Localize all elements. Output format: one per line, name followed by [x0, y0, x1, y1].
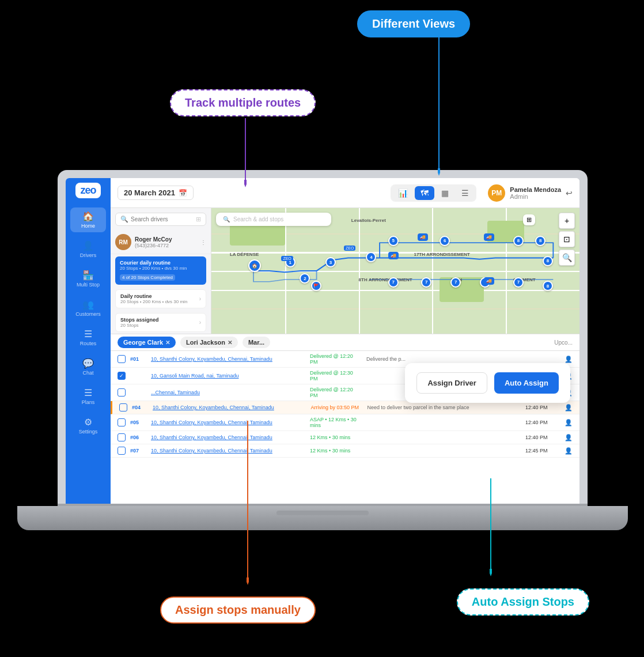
stop-checkbox-5[interactable] — [118, 418, 126, 426]
assign-icon-4[interactable]: 👤 — [565, 404, 573, 411]
user-info: Pamela Mendoza Admin — [510, 186, 561, 200]
sidebar-item-multistop[interactable]: 🏪 Multi Stop — [70, 266, 106, 291]
route-card-daily-sub: 20 Stops • 200 Kms • dvs 30 min — [120, 299, 187, 304]
sidebar-item-routes[interactable]: ☰ Routes — [70, 325, 106, 350]
map-search-bar[interactable]: 🔍 Search & add stops — [216, 213, 331, 226]
map-search-icon: 🔍 — [223, 216, 230, 222]
stop-time-checked: Delivered @ 12:30 PM — [310, 370, 362, 382]
logo: zeo — [75, 183, 100, 198]
chevron-right-icon: › — [199, 296, 201, 302]
route-card-stops[interactable]: Stops assigned 20 Stops › — [115, 313, 206, 332]
tab-george-close[interactable]: ✕ — [165, 339, 170, 346]
driver-search-bar[interactable]: 🔍 ⊞ — [115, 213, 206, 226]
stop-row-7[interactable]: #07 10, Shanthi Colony, Koyambedu, Chenn… — [111, 444, 579, 458]
route-overlay — [211, 208, 579, 334]
stop-time-7: 12 Kms • 30 mins — [310, 448, 362, 454]
tab-more[interactable]: Mar... — [243, 337, 270, 348]
assign-popup: Assign Driver Auto Assign — [405, 363, 570, 403]
driver-search-input[interactable] — [131, 216, 194, 222]
sidebar-item-drivers[interactable]: 👤 Drivers — [70, 237, 106, 262]
stop-row-6[interactable]: #06 10, Shanthi Colony, Koyambedu, Chenn… — [111, 431, 579, 444]
laptop-base — [17, 506, 628, 530]
stop-row-5[interactable]: #05 10, Shanthi Colony, Koyambedu, Chenn… — [111, 414, 579, 431]
chart-view-button[interactable]: 📊 — [392, 186, 414, 200]
assign-stops-manually-bubble: Assign stops manually — [160, 596, 316, 624]
driver-item-roger[interactable]: RM Roger McCoy (543)236-4772 ⋮ — [111, 231, 211, 254]
driver-options-roger[interactable]: ⋮ — [200, 239, 206, 246]
map-marker-7e: 7 — [513, 277, 524, 288]
stop-num-5: #05 — [130, 420, 146, 425]
stop-eta-6: 12:40 PM — [525, 435, 560, 440]
svg-marker-5 — [247, 577, 249, 585]
chat-icon: 💬 — [82, 358, 94, 369]
tab-george-clark[interactable]: George Clark ✕ — [118, 337, 176, 348]
sidebar-item-settings[interactable]: ⚙ Settings — [70, 413, 106, 438]
zoom-out-button[interactable]: 🔍 — [559, 250, 575, 266]
stop-checkbox-checked[interactable]: ✓ — [118, 372, 126, 380]
assign-icon-5[interactable]: 👤 — [565, 419, 573, 426]
map-truck-1: 🚚 — [418, 233, 428, 241]
assign-icon-1[interactable]: 👤 — [565, 356, 573, 363]
layers-icon[interactable]: ⊞ — [526, 216, 532, 224]
satellite-button[interactable]: ⊡ — [559, 231, 575, 247]
tab-lori-jackson[interactable]: Lori Jackson ✕ — [180, 337, 238, 348]
assign-icon-7[interactable]: 👤 — [565, 447, 573, 455]
stop-addr-4: 10, Shanthi Colony, Koyambedu, Chennai, … — [153, 405, 306, 410]
tab-lori-label: Lori Jackson — [186, 339, 225, 346]
map-label-17th: 17TH ARRONDISSEMENT — [414, 252, 470, 257]
stop-checkbox-1[interactable] — [118, 355, 126, 363]
stop-addr-1: 10, Shanthi Colony, Koyambedu, Chennai, … — [151, 356, 305, 362]
map-marker-8a: 8 — [513, 236, 524, 246]
avatar: PM — [488, 184, 505, 202]
sidebar-item-chat[interactable]: 💬 Chat — [70, 354, 106, 379]
user-name: Pamela Mendoza — [510, 186, 561, 193]
stop-checkbox-6[interactable] — [118, 433, 126, 441]
settings-icon: ⚙ — [84, 417, 92, 428]
map-view-button[interactable]: 🗺 — [415, 186, 434, 200]
driver-phone-roger: (543)236-4772 — [135, 243, 197, 248]
stop-note-4: Need to deliver two parcel in the same p… — [368, 405, 521, 410]
route-card-courier[interactable]: Courier daily routine 20 Stops • 200 Kms… — [115, 256, 206, 285]
tab-lori-close[interactable]: ✕ — [228, 339, 232, 346]
drivers-icon: 👤 — [82, 240, 94, 251]
stop-time-1: Delivered @ 12:20 PM — [310, 353, 362, 365]
map-flag-marker: 🚩 — [311, 281, 321, 291]
arrow-assign-manual — [247, 421, 249, 585]
home-icon: 🏠 — [82, 211, 94, 222]
stop-addr-6: 10, Shanthi Colony, Koyambedu, Chennai, … — [151, 435, 305, 440]
assign-icon-6[interactable]: 👤 — [565, 434, 573, 441]
auto-assign-button[interactable]: Auto Assign — [494, 372, 559, 394]
driver-name-roger: Roger McCoy — [135, 236, 197, 243]
route-card-daily[interactable]: Daily routine 20 Stops • 200 Kms • dvs 3… — [115, 289, 206, 308]
sidebar-item-plans[interactable]: ☰ Plans — [70, 384, 106, 409]
grid-view-button[interactable]: ▦ — [435, 186, 454, 200]
route-card-courier-completed: 4 of 20 Stops Completed — [120, 274, 175, 281]
logout-icon[interactable]: ↩ — [566, 188, 573, 198]
upcoming-label: Upco... — [554, 339, 573, 346]
stop-eta-5: 12:40 PM — [525, 420, 560, 425]
sidebar-item-customers[interactable]: 👥 Customers — [70, 296, 106, 320]
map-truck-3: 🚚 — [388, 252, 399, 259]
stop-checkbox-4[interactable] — [119, 403, 127, 411]
assign-driver-button[interactable]: Assign Driver — [416, 372, 487, 394]
stop-addr-checked: 10, Gansoli Main Road, nai, Taminadu — [151, 373, 305, 379]
stop-num-1: #01 — [130, 356, 146, 362]
map-truck-2: 🚚 — [484, 233, 494, 241]
user-role: Admin — [510, 193, 561, 200]
laptop-screen: zeo 🏠 Home 👤 Drivers 🏪 Multi Stop 👥 Cust… — [66, 178, 579, 507]
date-badge[interactable]: 20 March 2021 📅 — [118, 186, 194, 200]
stop-checkbox-7[interactable] — [118, 447, 126, 455]
map-truck-4: 🚚 — [484, 277, 494, 285]
map-label-levallois: Levallois-Perret — [351, 218, 386, 223]
sidebar-item-home[interactable]: 🏠 Home — [70, 207, 106, 232]
arrow-auto-assign — [490, 478, 492, 576]
route-card-daily-title: Daily routine — [120, 293, 187, 299]
zoom-in-button[interactable]: + — [559, 213, 575, 229]
stop-checkbox-3[interactable] — [118, 388, 126, 397]
calendar-icon: 📅 — [179, 189, 187, 197]
list-view-button[interactable]: ☰ — [456, 186, 475, 200]
main-content: 20 March 2021 📅 📊 🗺 ▦ ☰ PM Pamela Mendoz… — [111, 178, 579, 507]
different-views-bubble: Different Views — [357, 10, 470, 37]
stop-row-4[interactable]: #04 10, Shanthi Colony, Koyambedu, Chenn… — [111, 401, 579, 414]
map-area: Levallois-Perret LA DÉFENSE 17TH ARRONDI… — [211, 208, 579, 334]
